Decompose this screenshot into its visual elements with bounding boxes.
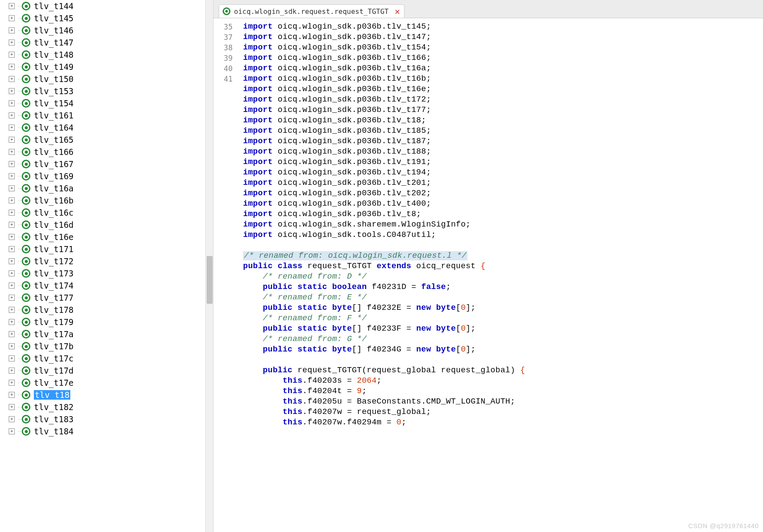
tree-item-tlv_t16d[interactable]: +··tlv_t16d bbox=[0, 219, 205, 231]
tree-item-tlv_t16a[interactable]: +··tlv_t16a bbox=[0, 182, 205, 194]
tree-item-tlv_t144[interactable]: +··tlv_t144 bbox=[0, 0, 205, 12]
expand-icon[interactable]: + bbox=[9, 64, 15, 70]
expand-icon[interactable]: + bbox=[9, 210, 15, 216]
tree-item-tlv_t149[interactable]: +··tlv_t149 bbox=[0, 61, 205, 73]
tree-item-tlv_t161[interactable]: +··tlv_t161 bbox=[0, 109, 205, 122]
editor-tab-active[interactable]: oicq.wlogin_sdk.request.request_TGTGT ✕ bbox=[219, 4, 405, 18]
tree-item-tlv_t178[interactable]: +··tlv_t178 bbox=[0, 304, 205, 316]
expand-icon[interactable]: + bbox=[9, 125, 15, 131]
tree-item-tlv_t17d[interactable]: +··tlv_t17d bbox=[0, 365, 205, 377]
class-icon bbox=[22, 318, 30, 326]
tree-item-tlv_t17e[interactable]: +··tlv_t17e bbox=[0, 377, 205, 389]
expand-icon[interactable]: + bbox=[9, 258, 15, 264]
tree-item-tlv_t150[interactable]: +··tlv_t150 bbox=[0, 73, 205, 85]
expand-icon[interactable]: + bbox=[9, 52, 15, 58]
expand-icon[interactable]: + bbox=[9, 282, 15, 289]
tree-item-label: tlv_t166 bbox=[34, 147, 74, 157]
expand-icon[interactable]: + bbox=[9, 404, 15, 410]
tree-item-tlv_t145[interactable]: +··tlv_t145 bbox=[0, 12, 205, 24]
tree-item-tlv_t16e[interactable]: +··tlv_t16e bbox=[0, 231, 205, 243]
expand-icon[interactable]: + bbox=[9, 161, 15, 167]
tree-connector: ·· bbox=[17, 356, 21, 361]
tree-connector: ·· bbox=[17, 138, 21, 142]
tree-item-tlv_t171[interactable]: +··tlv_t171 bbox=[0, 243, 205, 255]
expand-icon[interactable]: + bbox=[9, 428, 15, 434]
tree-item-label: tlv_t184 bbox=[34, 427, 74, 436]
expand-icon[interactable]: + bbox=[9, 307, 15, 313]
tree-item-tlv_t167[interactable]: +··tlv_t167 bbox=[0, 158, 205, 170]
tree-item-tlv_t16b[interactable]: +··tlv_t16b bbox=[0, 194, 205, 207]
expand-icon[interactable]: + bbox=[9, 137, 15, 143]
tree-item-tlv_t184[interactable]: +··tlv_t184 bbox=[0, 425, 205, 437]
code-editor[interactable]: 35 37 38 39 40 41 import oicq.wlogin_sdk… bbox=[214, 18, 763, 532]
expand-icon[interactable]: + bbox=[9, 149, 15, 155]
expand-icon[interactable]: + bbox=[9, 222, 15, 228]
expand-icon[interactable]: + bbox=[9, 197, 15, 204]
tree-scrollbar[interactable] bbox=[205, 0, 213, 532]
class-icon bbox=[22, 330, 30, 338]
tree-item-tlv_t17c[interactable]: +··tlv_t17c bbox=[0, 352, 205, 365]
expand-icon[interactable]: + bbox=[9, 392, 15, 398]
tree-item-tlv_t147[interactable]: +··tlv_t147 bbox=[0, 36, 205, 49]
expand-icon[interactable]: + bbox=[9, 319, 15, 325]
tree-item-tlv_t18[interactable]: +··tlv_t18 bbox=[0, 389, 205, 401]
tree-connector: ·· bbox=[17, 429, 21, 434]
package-tree[interactable]: +··tlv_t144+··tlv_t145+··tlv_t146+··tlv_… bbox=[0, 0, 205, 532]
close-icon[interactable]: ✕ bbox=[395, 7, 400, 16]
tree-item-tlv_t172[interactable]: +··tlv_t172 bbox=[0, 255, 205, 267]
expand-icon[interactable]: + bbox=[9, 100, 15, 106]
expand-icon[interactable]: + bbox=[9, 88, 15, 94]
expand-icon[interactable]: + bbox=[9, 234, 15, 240]
tree-item-label: tlv_t18 bbox=[34, 390, 70, 400]
expand-icon[interactable]: + bbox=[9, 185, 15, 191]
class-icon bbox=[22, 208, 30, 217]
tree-item-tlv_t148[interactable]: +··tlv_t148 bbox=[0, 49, 205, 61]
tree-item-tlv_t146[interactable]: +··tlv_t146 bbox=[0, 24, 205, 36]
tree-item-label: tlv_t178 bbox=[34, 305, 74, 315]
tree-item-label: tlv_t17d bbox=[34, 366, 74, 375]
expand-icon[interactable]: + bbox=[9, 15, 15, 21]
tree-item-tlv_t164[interactable]: +··tlv_t164 bbox=[0, 122, 205, 134]
tree-connector: ·· bbox=[17, 332, 21, 337]
tree-item-tlv_t154[interactable]: +··tlv_t154 bbox=[0, 97, 205, 109]
expand-icon[interactable]: + bbox=[9, 270, 15, 276]
tree-item-tlv_t174[interactable]: +··tlv_t174 bbox=[0, 279, 205, 292]
expand-icon[interactable]: + bbox=[9, 246, 15, 252]
expand-icon[interactable]: + bbox=[9, 27, 15, 33]
class-icon bbox=[22, 196, 30, 205]
tree-connector: ·· bbox=[17, 16, 21, 21]
tree-item-tlv_t169[interactable]: +··tlv_t169 bbox=[0, 170, 205, 182]
tree-item-tlv_t165[interactable]: +··tlv_t165 bbox=[0, 134, 205, 146]
expand-icon[interactable]: + bbox=[9, 380, 15, 386]
expand-icon[interactable]: + bbox=[9, 39, 15, 46]
scrollbar-thumb[interactable] bbox=[207, 256, 213, 304]
expand-icon[interactable]: + bbox=[9, 173, 15, 179]
tree-item-tlv_t183[interactable]: +··tlv_t183 bbox=[0, 413, 205, 425]
expand-icon[interactable]: + bbox=[9, 3, 15, 9]
tab-title: oicq.wlogin_sdk.request.request_TGTGT bbox=[234, 7, 388, 16]
tree-item-tlv_t16c[interactable]: +··tlv_t16c bbox=[0, 207, 205, 219]
tree-item-tlv_t166[interactable]: +··tlv_t166 bbox=[0, 146, 205, 158]
expand-icon[interactable]: + bbox=[9, 295, 15, 301]
tree-item-tlv_t173[interactable]: +··tlv_t173 bbox=[0, 267, 205, 279]
expand-icon[interactable]: + bbox=[9, 416, 15, 422]
tree-item-tlv_t153[interactable]: +··tlv_t153 bbox=[0, 85, 205, 97]
expand-icon[interactable]: + bbox=[9, 355, 15, 361]
tree-item-tlv_t17b[interactable]: +··tlv_t17b bbox=[0, 340, 205, 352]
tree-connector: ·· bbox=[17, 28, 21, 33]
tree-item-tlv_t17a[interactable]: +··tlv_t17a bbox=[0, 328, 205, 340]
class-icon bbox=[22, 233, 30, 241]
tree-item-tlv_t179[interactable]: +··tlv_t179 bbox=[0, 316, 205, 328]
expand-icon[interactable]: + bbox=[9, 343, 15, 349]
tree-item-label: tlv_t171 bbox=[34, 244, 74, 254]
class-icon bbox=[22, 415, 30, 424]
expand-icon[interactable]: + bbox=[9, 112, 15, 118]
expand-icon[interactable]: + bbox=[9, 368, 15, 374]
expand-icon[interactable]: + bbox=[9, 76, 15, 82]
line-gutter: 35 37 38 39 40 41 bbox=[214, 18, 235, 532]
expand-icon[interactable]: + bbox=[9, 331, 15, 337]
tree-item-tlv_t177[interactable]: +··tlv_t177 bbox=[0, 292, 205, 304]
tree-item-tlv_t182[interactable]: +··tlv_t182 bbox=[0, 401, 205, 413]
tree-connector: ·· bbox=[17, 162, 21, 167]
tree-item-label: tlv_t173 bbox=[34, 269, 74, 278]
